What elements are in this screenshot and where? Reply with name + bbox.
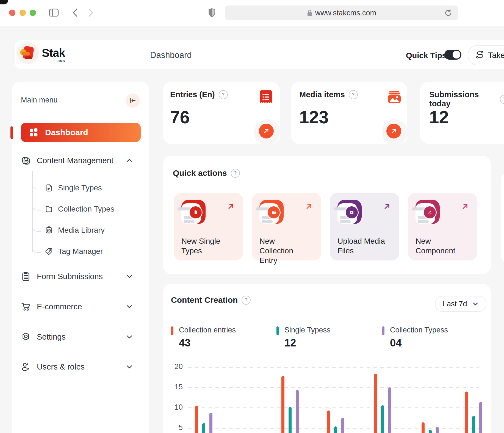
help-icon[interactable]: ? xyxy=(349,90,358,99)
header-divider xyxy=(145,48,145,62)
sidebar-item-label: Media Library xyxy=(58,226,105,235)
legend-label: Collection Typess xyxy=(390,326,448,334)
toggle-sidebar-icon[interactable] xyxy=(49,8,59,17)
ecommerce-cart-icon xyxy=(21,302,31,312)
back-icon[interactable] xyxy=(72,8,78,17)
y-axis-tick-label: 10 xyxy=(166,403,183,412)
new-collection-entry-icon xyxy=(259,200,284,224)
url-bar[interactable]: www.stakcms.com xyxy=(225,5,458,20)
legend-value: 12 xyxy=(284,337,331,349)
minimize-window-button[interactable] xyxy=(20,10,26,16)
url-text: www.stakcms.com xyxy=(315,9,376,17)
open-media-button[interactable] xyxy=(386,124,401,138)
bar-collection-typess-g6 xyxy=(436,427,439,433)
privacy-shield-icon[interactable] xyxy=(208,8,216,18)
sidebar-item-collection-types[interactable]: Collection Types xyxy=(45,205,130,213)
gridline-10 xyxy=(188,407,479,408)
sidebar-item-tag-manager[interactable]: Tag Manager xyxy=(45,247,130,256)
bar-collection-entries-g1 xyxy=(195,406,198,433)
stat-value: 123 xyxy=(299,107,329,127)
help-icon[interactable]: ? xyxy=(231,169,240,178)
bar-collection-typess-g7 xyxy=(479,402,482,433)
sidebar-item-label: E-commerce xyxy=(37,302,82,311)
sidebar-item-label: Single Types xyxy=(58,184,102,192)
single-types-icon xyxy=(45,184,53,192)
open-entries-button[interactable] xyxy=(259,124,274,138)
settings-icon xyxy=(21,332,31,342)
quick-action-upload-media-files[interactable]: Upload Media Files xyxy=(330,193,399,260)
new-component-icon xyxy=(416,200,440,224)
stat-card-media-items: Media items ? 123 xyxy=(291,82,407,144)
chevron-down-icon[interactable] xyxy=(126,363,133,370)
close-window-button[interactable] xyxy=(9,10,15,16)
legend-swatch xyxy=(276,326,279,335)
help-icon[interactable]: ? xyxy=(219,90,228,99)
bar-single-typess-g1 xyxy=(202,423,205,433)
legend-swatch xyxy=(382,326,384,335)
sidebar-item-dashboard[interactable]: Dashboard xyxy=(21,123,141,142)
sidebar-item-content-management[interactable]: Content Management xyxy=(21,156,141,165)
sidebar-item-settings[interactable]: Settings xyxy=(21,332,141,342)
quick-action-new-collection-entry[interactable]: New Collection Entry xyxy=(252,193,321,260)
page-title: Dashboard xyxy=(150,50,192,60)
quick-tips-toggle[interactable] xyxy=(444,50,461,60)
brand-sub: CMS xyxy=(42,59,65,63)
reload-icon[interactable] xyxy=(444,9,452,17)
legend-collection-entries: Collection entries 43 xyxy=(171,326,236,349)
users-roles-icon xyxy=(21,362,31,372)
tag-manager-icon xyxy=(45,247,53,256)
maximize-window-button[interactable] xyxy=(30,10,36,16)
sidebar-item-label: Dashboard xyxy=(45,128,88,137)
app-header: Stak CMS Dashboard Quick Tips Take T xyxy=(15,40,504,69)
forward-icon[interactable] xyxy=(88,8,94,17)
help-icon[interactable]: ? xyxy=(500,95,504,104)
receipt-icon xyxy=(260,90,272,104)
sidebar-item-label: Tag Manager xyxy=(58,247,103,256)
bar-single-typess-g3 xyxy=(289,407,292,433)
chevron-up-icon[interactable] xyxy=(126,157,133,164)
collapse-sidebar-button[interactable] xyxy=(126,93,140,108)
stat-title: Entries (En) xyxy=(170,90,215,99)
media-stack-icon xyxy=(388,91,401,103)
legend-single-typess: Single Typess 12 xyxy=(276,326,331,349)
sidebar-section-label: Main menu xyxy=(21,96,58,104)
arrow-up-right-icon xyxy=(263,128,270,134)
date-range-dropdown[interactable]: Last 7d xyxy=(435,296,486,312)
quick-action-new-single-types[interactable]: New Single Types xyxy=(174,193,243,260)
stat-card-submissions-today: Submissions today ? 12 xyxy=(420,82,504,144)
brand-name: Stak xyxy=(42,47,65,59)
quick-action-label: New Collection Entry xyxy=(259,236,309,265)
chevron-down-icon[interactable] xyxy=(126,273,133,280)
legend-collection-typess: Collection Typess 04 xyxy=(382,326,448,349)
legend-label: Single Typess xyxy=(284,326,331,334)
quick-tips-label: Quick Tips xyxy=(406,51,447,60)
quick-action-label: New Single Types xyxy=(181,236,231,256)
take-tour-button[interactable]: Take T xyxy=(468,45,504,65)
sidebar-item-users-roles[interactable]: Users & roles xyxy=(21,362,141,372)
partial-card-right-edge xyxy=(501,173,504,262)
sidebar-item-form-submissions[interactable]: Form Submissions xyxy=(21,271,141,281)
bar-collection-typess-g5 xyxy=(388,387,391,433)
bar-single-typess-g5 xyxy=(381,405,384,433)
take-tour-label: Take T xyxy=(488,51,504,60)
content-creation-bar-chart: 5101520 xyxy=(163,362,491,433)
arrow-up-right-icon xyxy=(227,203,235,210)
chevron-down-icon[interactable] xyxy=(126,333,133,340)
legend-swatch xyxy=(171,326,173,335)
sidebar-item-label: Settings xyxy=(37,332,66,342)
help-icon[interactable]: ? xyxy=(242,296,251,305)
arrow-up-right-icon xyxy=(383,203,391,210)
sidebar-item-media-library[interactable]: Media Library xyxy=(45,226,130,235)
sidebar-item-single-types[interactable]: Single Types xyxy=(45,184,130,192)
y-axis-tick-label: 5 xyxy=(166,423,183,432)
sidebar-item-label: Collection Types xyxy=(58,205,114,213)
arrow-up-right-icon xyxy=(461,203,469,210)
active-item-indicator xyxy=(10,126,13,139)
sidebar-item-ecommerce[interactable]: E-commerce xyxy=(21,302,141,312)
chevron-down-icon[interactable] xyxy=(126,303,133,310)
quick-action-label: New Component xyxy=(416,236,465,256)
quick-action-new-component[interactable]: New Component xyxy=(408,193,477,260)
date-range-label: Last 7d xyxy=(443,300,467,308)
bar-collection-entries-g3 xyxy=(281,376,284,433)
tour-route-icon xyxy=(476,51,484,59)
